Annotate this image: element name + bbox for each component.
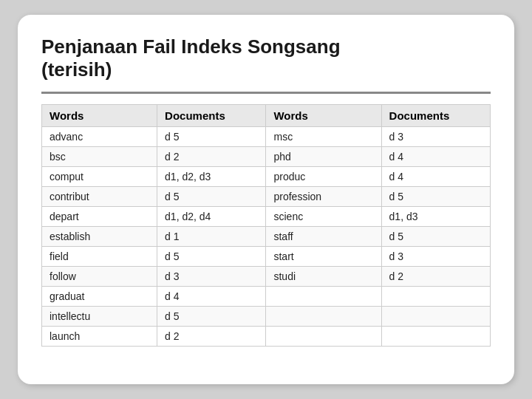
table-row: follow d 3 studi d 2 <box>42 267 491 287</box>
table-row: graduat d 4 <box>42 287 491 307</box>
table-row: bsc d 2 phd d 4 <box>42 147 491 167</box>
cell-word-right: studi <box>266 267 381 287</box>
cell-doc-left: d 3 <box>157 267 266 287</box>
cell-word-left: comput <box>42 167 157 187</box>
cell-word-right: msc <box>266 127 381 147</box>
cell-word-left: intellectu <box>42 307 157 327</box>
table-row: comput d1, d2, d3 produc d 4 <box>42 167 491 187</box>
cell-doc-left: d1, d2, d4 <box>157 207 266 227</box>
cell-word-left: depart <box>42 207 157 227</box>
table-row: intellectu d 5 <box>42 307 491 327</box>
cell-word-right <box>266 327 381 347</box>
table-header-row: Words Documents Words Documents <box>42 105 491 127</box>
cell-word-left: graduat <box>42 287 157 307</box>
table-row: field d 5 start d 3 <box>42 247 491 267</box>
cell-doc-right <box>381 307 490 327</box>
cell-word-right <box>266 307 381 327</box>
cell-doc-right: d 3 <box>381 127 490 147</box>
cell-word-left: field <box>42 247 157 267</box>
index-table: Words Documents Words Documents advanc d… <box>41 104 491 347</box>
cell-word-right: staff <box>266 227 381 247</box>
cell-doc-right <box>381 287 490 307</box>
cell-doc-left: d 2 <box>157 147 266 167</box>
divider <box>41 92 491 94</box>
cell-word-left: contribut <box>42 187 157 207</box>
title-line1: Penjanaan Fail Indeks Songsang <box>41 35 341 58</box>
cell-word-left: establish <box>42 227 157 247</box>
cell-doc-left: d 5 <box>157 307 266 327</box>
cell-word-right: produc <box>266 167 381 187</box>
table-row: advanc d 5 msc d 3 <box>42 127 491 147</box>
title-line2: (terisih) <box>41 58 112 81</box>
cell-doc-right: d 5 <box>381 187 490 207</box>
cell-doc-right: d 5 <box>381 227 490 247</box>
cell-doc-right: d 4 <box>381 167 490 187</box>
header-words-left: Words <box>42 105 157 127</box>
cell-word-right: start <box>266 247 381 267</box>
table-row: establish d 1 staff d 5 <box>42 227 491 247</box>
cell-doc-left: d 5 <box>157 127 266 147</box>
cell-word-right: profession <box>266 187 381 207</box>
cell-word-left: advanc <box>42 127 157 147</box>
table-row: depart d1, d2, d4 scienc d1, d3 <box>42 207 491 227</box>
cell-doc-right: d1, d3 <box>381 207 490 227</box>
cell-doc-right: d 2 <box>381 267 490 287</box>
cell-word-left: follow <box>42 267 157 287</box>
cell-doc-left: d 5 <box>157 247 266 267</box>
cell-doc-left: d 2 <box>157 327 266 347</box>
cell-word-left: launch <box>42 327 157 347</box>
table-row: contribut d 5 profession d 5 <box>42 187 491 207</box>
page-title: Penjanaan Fail Indeks Songsang (terisih) <box>41 35 491 81</box>
cell-doc-left: d 5 <box>157 187 266 207</box>
cell-doc-right: d 3 <box>381 247 490 267</box>
header-words-right: Words <box>266 105 381 127</box>
cell-word-left: bsc <box>42 147 157 167</box>
table-wrapper: Words Documents Words Documents advanc d… <box>41 104 491 347</box>
cell-doc-left: d1, d2, d3 <box>157 167 266 187</box>
cell-doc-right: d 4 <box>381 147 490 167</box>
header-docs-right: Documents <box>381 105 490 127</box>
cell-word-right: phd <box>266 147 381 167</box>
table-row: launch d 2 <box>42 327 491 347</box>
cell-word-right <box>266 287 381 307</box>
cell-word-right: scienc <box>266 207 381 227</box>
cell-doc-right <box>381 327 490 347</box>
header-docs-left: Documents <box>157 105 266 127</box>
cell-doc-left: d 1 <box>157 227 266 247</box>
cell-doc-left: d 4 <box>157 287 266 307</box>
main-card: Penjanaan Fail Indeks Songsang (terisih)… <box>18 15 514 384</box>
